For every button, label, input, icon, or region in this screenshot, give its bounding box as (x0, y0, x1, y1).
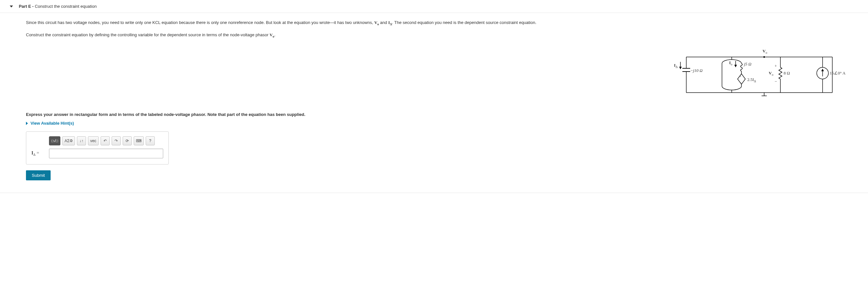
part-title: Part E - Construct the constraint equati… (19, 4, 97, 9)
label-io: Io (729, 60, 732, 66)
answer-row: IΔ = (31, 149, 163, 158)
content-area: Since this circuit has two voltage nodes… (0, 13, 868, 187)
label-minus: − (775, 79, 777, 84)
answer-lhs: IΔ = (31, 151, 49, 156)
answer-input[interactable] (49, 149, 163, 158)
label-vo-right: Vo (769, 71, 773, 76)
bottom-divider (0, 193, 868, 193)
equation-toolbar: □√□ ΑΣΦ ↓↑ vec ↶ ↷ ⟳ ⌨ ? (49, 136, 163, 145)
label-dep-src: 2.5IΔ (747, 77, 756, 83)
var-vo: Vo (374, 20, 379, 25)
greek-button[interactable]: ΑΣΦ (62, 136, 75, 145)
templates-button[interactable]: □√□ (49, 136, 60, 145)
p1-text-b: and (379, 20, 389, 25)
paragraph-2: Construct the constraint equation by def… (26, 32, 855, 39)
caret-down-icon (10, 5, 13, 7)
label-j5: j5 Ω (744, 62, 751, 67)
part-label: Part E - (19, 4, 35, 9)
var-idelta: IΔ (389, 20, 392, 25)
paragraph-1: Since this circuit has two voltage nodes… (26, 20, 855, 27)
reset-button[interactable]: ⟳ (123, 136, 132, 145)
p1-text-a: Since this circuit has two voltage nodes… (26, 20, 374, 25)
help-button[interactable]: ? (146, 136, 155, 145)
label-8ohm: 8 Ω (784, 71, 790, 76)
p1-text-c: . The second equation you need is the de… (392, 20, 536, 25)
label-plus: + (775, 64, 777, 69)
label-vo-top: Vo (763, 48, 767, 54)
answer-box: □√□ ΑΣΦ ↓↑ vec ↶ ↷ ⟳ ⌨ ? IΔ = (26, 132, 169, 164)
scripts-button[interactable]: ↓↑ (77, 136, 86, 145)
view-hints-link[interactable]: View Available Hint(s) (26, 121, 855, 125)
vec-button[interactable]: vec (88, 136, 99, 145)
redo-button[interactable]: ↷ (112, 136, 121, 145)
diagram-labels-wrapper: Vo Io j5 Ω IΔ −j10 Ω 2.5IΔ + − Vo 8 Ω 15… (26, 44, 842, 102)
keyboard-button[interactable]: ⌨ (134, 136, 144, 145)
label-idelta: IΔ (674, 63, 678, 69)
hints-text: View Available Hint(s) (31, 121, 74, 125)
express-instruction: Express your answer in rectangular form … (26, 112, 855, 117)
var-vo2-base: V (270, 32, 273, 37)
part-header[interactable]: Part E - Construct the constraint equati… (0, 0, 868, 13)
p2-text-a: Construct the constraint equation by def… (26, 32, 270, 37)
caret-right-icon (26, 122, 28, 125)
var-vo-2: Vo (270, 32, 274, 37)
var-vo-base: V (374, 20, 377, 25)
label-neg-j10: −j10 Ω (690, 68, 703, 73)
undo-button[interactable]: ↶ (101, 136, 110, 145)
label-current-src: 15∠0° A (830, 71, 846, 76)
part-subtitle: Construct the constraint equation (35, 4, 97, 9)
p2-text-b: . (274, 32, 276, 37)
submit-button[interactable]: Submit (26, 170, 51, 180)
